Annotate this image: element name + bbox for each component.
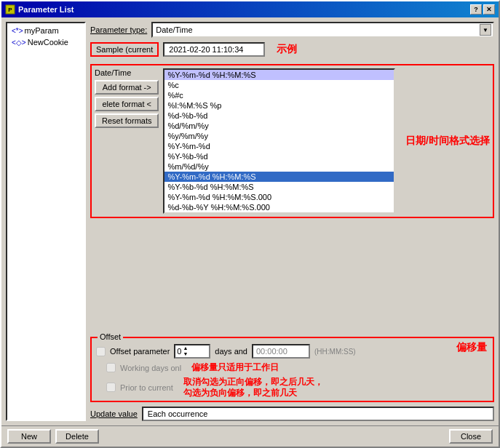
sample-row: Sample (current 2021-02-20 11:10:34 示例 bbox=[90, 42, 494, 57]
offset-time-value: 00:00:00 bbox=[256, 347, 287, 356]
prior-to-current-checkbox[interactable] bbox=[106, 383, 116, 392]
parameter-tree[interactable]: <*> myParam <◇> NewCookie bbox=[6, 22, 86, 421]
new-button[interactable]: New bbox=[7, 429, 51, 444]
date-time-section: Date/Time Add format -> elete format < R… bbox=[90, 64, 494, 218]
format-list-area: %Y-%m-%d %H:%M:%S %c %#c %I:%M:%S %p %d-… bbox=[163, 68, 490, 214]
title-bar: P Parameter List ? ✕ bbox=[1, 1, 499, 17]
sample-value: 2021-02-20 11:10:34 bbox=[163, 42, 265, 57]
offset-section: Offset 偏移量 Offset parameter 0 ▲ ▼ days a… bbox=[90, 337, 494, 402]
format-item-7[interactable]: %Y-%m-%d bbox=[164, 141, 394, 151]
title-bar-buttons: ? ✕ bbox=[470, 4, 495, 15]
offset-row2: Working days onl 偏移量只适用于工作日 bbox=[96, 361, 488, 374]
update-value: Each occurrence bbox=[142, 407, 494, 421]
format-item-12[interactable]: %Y-%m-%d %H:%M:%S.000 bbox=[164, 192, 394, 202]
close-button[interactable]: ✕ bbox=[483, 4, 495, 15]
window-title: Parameter List bbox=[18, 5, 74, 14]
offset-days-input[interactable]: 0 ▲ ▼ bbox=[174, 344, 210, 359]
param-type-value: Date/Time bbox=[156, 25, 192, 34]
format-item-6[interactable]: %y/%m/%y bbox=[164, 131, 394, 141]
format-item-8[interactable]: %Y-%b-%d bbox=[164, 151, 394, 161]
date-time-left: Date/Time Add format -> elete format < R… bbox=[95, 68, 159, 214]
format-item-2[interactable]: %#c bbox=[164, 90, 394, 100]
sample-note: 示例 bbox=[277, 43, 297, 56]
offset-row3: Prior to current 取消勾选为正向偏移，即之后几天，勾选为负向偏移… bbox=[96, 377, 488, 398]
prior-note: 取消勾选为正向偏移，即之后几天，勾选为负向偏移，即之前几天 bbox=[183, 377, 329, 398]
spin-buttons[interactable]: ▲ ▼ bbox=[183, 345, 188, 357]
spacer bbox=[90, 223, 494, 329]
spin-up-icon[interactable]: ▲ bbox=[183, 345, 188, 351]
dropdown-arrow-icon[interactable]: ▼ bbox=[480, 24, 491, 36]
offset-param-label: Offset parameter bbox=[110, 347, 170, 356]
window-icon: P bbox=[5, 4, 15, 15]
svg-text:P: P bbox=[8, 7, 12, 13]
delete-button[interactable]: Delete bbox=[55, 429, 99, 444]
param-type-wrapper: Date/Time ▼ ➤ bbox=[151, 22, 494, 38]
offset-title: Offset bbox=[98, 332, 123, 341]
reset-formats-button[interactable]: Reset formats bbox=[95, 113, 159, 128]
bottom-bar: New Delete Close bbox=[1, 425, 499, 447]
param-type-dropdown[interactable]: Date/Time ▼ bbox=[151, 22, 494, 38]
window-body: <*> myParam <◇> NewCookie Parameter type… bbox=[1, 17, 499, 425]
offset-days-value: 0 bbox=[177, 347, 181, 356]
param-type-row: Parameter type: Date/Time ▼ ➤ bbox=[90, 22, 494, 38]
tree-item-myparam-prefix: <*> bbox=[12, 27, 23, 35]
format-item-1[interactable]: %c bbox=[164, 80, 394, 90]
offset-note: 偏移量 bbox=[456, 341, 487, 354]
update-row: Update value Each occurrence bbox=[90, 407, 494, 421]
format-item-10[interactable]: %Y-%m-%d %H:%M:%S bbox=[164, 172, 394, 182]
right-panel: Parameter type: Date/Time ▼ ➤ Sample (cu… bbox=[90, 22, 494, 421]
time-hint: (HH:MM:SS) bbox=[314, 348, 356, 356]
working-days-checkbox[interactable] bbox=[106, 363, 116, 372]
parameter-list-window: P Parameter List ? ✕ <*> myParam <◇> New… bbox=[0, 0, 500, 448]
offset-time-input[interactable]: 00:00:00 bbox=[252, 344, 310, 359]
update-label: Update value bbox=[90, 409, 138, 418]
prior-label: Prior to current bbox=[120, 383, 173, 392]
format-item-4[interactable]: %d-%b-%d bbox=[164, 111, 394, 121]
help-button[interactable]: ? bbox=[470, 4, 482, 15]
sample-label: Sample (current bbox=[90, 42, 159, 57]
offset-row1: Offset parameter 0 ▲ ▼ days and 00:00:00… bbox=[96, 344, 488, 359]
format-note: 日期/时间格式选择 bbox=[405, 135, 490, 148]
tree-item-myparam[interactable]: <*> myParam bbox=[9, 25, 83, 36]
working-days-note: 偏移量只适用于工作日 bbox=[191, 361, 279, 374]
tree-item-newcookie-prefix: <◇> bbox=[12, 39, 26, 47]
format-item-11[interactable]: %Y-%b-%d %H:%M:%S bbox=[164, 182, 394, 192]
days-and-label: days and bbox=[215, 347, 247, 356]
format-list[interactable]: %Y-%m-%d %H:%M:%S %c %#c %I:%M:%S %p %d-… bbox=[163, 68, 395, 214]
delete-format-button[interactable]: elete format < bbox=[95, 97, 159, 111]
tree-item-newcookie[interactable]: <◇> NewCookie bbox=[9, 36, 83, 48]
tree-item-myparam-label: myParam bbox=[25, 26, 59, 35]
spin-down-icon[interactable]: ▼ bbox=[183, 351, 188, 357]
working-days-label: Working days onl bbox=[120, 364, 181, 372]
param-type-label: Parameter type: bbox=[90, 25, 147, 34]
close-button-bottom[interactable]: Close bbox=[449, 429, 493, 444]
format-item-3[interactable]: %I:%M:%S %p bbox=[164, 100, 394, 111]
format-item-13[interactable]: %d-%b-%Y %H:%M:%S.000 bbox=[164, 202, 394, 212]
format-item-9[interactable]: %m/%d/%y bbox=[164, 161, 394, 172]
date-time-label: Date/Time bbox=[95, 68, 159, 77]
format-item-5[interactable]: %d/%m/%y bbox=[164, 121, 394, 131]
add-format-button[interactable]: Add format -> bbox=[95, 80, 159, 95]
format-item-0[interactable]: %Y-%m-%d %H:%M:%S bbox=[164, 70, 394, 80]
title-bar-left: P Parameter List bbox=[5, 4, 74, 15]
delete-format-label: elete format < bbox=[102, 100, 151, 108]
bottom-left-buttons: New Delete bbox=[7, 429, 99, 444]
offset-param-checkbox[interactable] bbox=[96, 347, 106, 356]
tree-item-newcookie-label: NewCookie bbox=[28, 38, 68, 47]
